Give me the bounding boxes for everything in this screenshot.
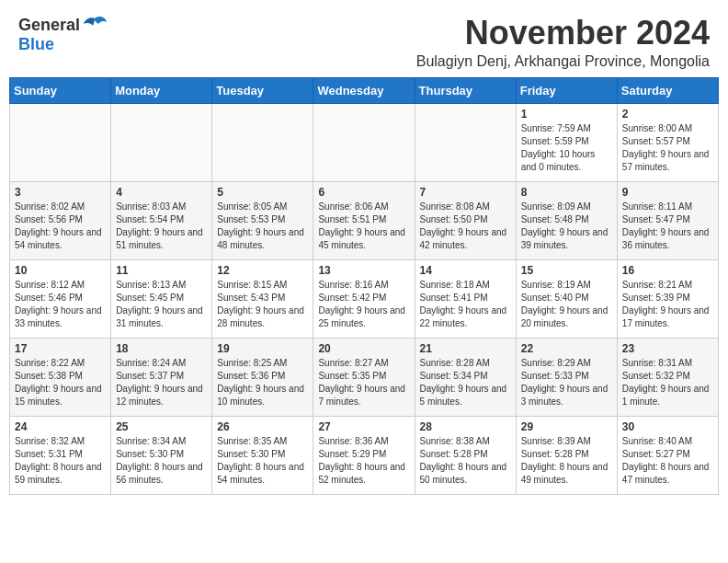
day-cell: 24Sunrise: 8:32 AM Sunset: 5:31 PM Dayli… — [10, 416, 111, 494]
day-info: Sunrise: 8:00 AM Sunset: 5:57 PM Dayligh… — [622, 122, 713, 174]
day-info: Sunrise: 8:35 AM Sunset: 5:30 PM Dayligh… — [217, 435, 308, 487]
day-info: Sunrise: 8:19 AM Sunset: 5:40 PM Dayligh… — [521, 279, 612, 330]
header-tuesday: Tuesday — [212, 77, 313, 103]
day-number: 17 — [15, 342, 106, 355]
calendar-week-row: 1Sunrise: 7:59 AM Sunset: 5:59 PM Daylig… — [10, 103, 719, 181]
header-friday: Friday — [516, 77, 617, 103]
calendar-week-row: 24Sunrise: 8:32 AM Sunset: 5:31 PM Dayli… — [10, 416, 719, 494]
calendar-table: Sunday Monday Tuesday Wednesday Thursday… — [9, 77, 719, 495]
day-info: Sunrise: 8:05 AM Sunset: 5:53 PM Dayligh… — [217, 201, 308, 252]
day-number: 4 — [116, 186, 207, 199]
day-cell: 22Sunrise: 8:29 AM Sunset: 5:33 PM Dayli… — [516, 338, 617, 416]
day-number: 13 — [318, 264, 409, 277]
logo: General Blue — [18, 15, 108, 54]
day-cell: 27Sunrise: 8:36 AM Sunset: 5:29 PM Dayli… — [313, 416, 415, 494]
calendar-week-row: 17Sunrise: 8:22 AM Sunset: 5:38 PM Dayli… — [10, 338, 719, 416]
logo-blue-text: Blue — [18, 35, 54, 54]
calendar-week-row: 10Sunrise: 8:12 AM Sunset: 5:46 PM Dayli… — [10, 259, 719, 338]
day-cell: 1Sunrise: 7:59 AM Sunset: 5:59 PM Daylig… — [516, 103, 617, 181]
day-info: Sunrise: 8:11 AM Sunset: 5:47 PM Dayligh… — [622, 201, 713, 252]
day-cell: 30Sunrise: 8:40 AM Sunset: 5:27 PM Dayli… — [617, 416, 718, 494]
day-info: Sunrise: 8:32 AM Sunset: 5:31 PM Dayligh… — [15, 435, 106, 487]
day-cell: 2Sunrise: 8:00 AM Sunset: 5:57 PM Daylig… — [617, 103, 718, 181]
day-cell: 29Sunrise: 8:39 AM Sunset: 5:28 PM Dayli… — [516, 416, 617, 494]
day-info: Sunrise: 8:06 AM Sunset: 5:51 PM Dayligh… — [318, 201, 409, 252]
day-cell: 13Sunrise: 8:16 AM Sunset: 5:42 PM Dayli… — [313, 259, 415, 338]
day-number: 6 — [318, 186, 409, 199]
day-number: 8 — [521, 186, 612, 199]
day-cell: 8Sunrise: 8:09 AM Sunset: 5:48 PM Daylig… — [516, 181, 617, 259]
logo-bird-icon — [82, 15, 108, 35]
day-info: Sunrise: 8:13 AM Sunset: 5:45 PM Dayligh… — [116, 279, 207, 330]
day-info: Sunrise: 8:22 AM Sunset: 5:38 PM Dayligh… — [15, 357, 106, 408]
day-number: 18 — [116, 342, 207, 355]
day-info: Sunrise: 8:09 AM Sunset: 5:48 PM Dayligh… — [521, 201, 612, 252]
day-cell: 17Sunrise: 8:22 AM Sunset: 5:38 PM Dayli… — [10, 338, 111, 416]
day-number: 16 — [622, 264, 713, 277]
header: General Blue November 2024 Bulagiyn Denj… — [0, 0, 728, 77]
day-info: Sunrise: 8:36 AM Sunset: 5:29 PM Dayligh… — [318, 435, 409, 487]
day-number: 7 — [420, 186, 511, 199]
day-number: 1 — [521, 108, 612, 121]
day-info: Sunrise: 8:16 AM Sunset: 5:42 PM Dayligh… — [318, 279, 409, 330]
day-cell: 15Sunrise: 8:19 AM Sunset: 5:40 PM Dayli… — [516, 259, 617, 338]
day-info: Sunrise: 8:29 AM Sunset: 5:33 PM Dayligh… — [521, 357, 612, 408]
empty-day-cell — [415, 103, 516, 181]
day-info: Sunrise: 8:39 AM Sunset: 5:28 PM Dayligh… — [521, 435, 612, 487]
day-info: Sunrise: 8:34 AM Sunset: 5:30 PM Dayligh… — [116, 435, 207, 487]
logo-general-text: General — [18, 16, 80, 35]
day-number: 5 — [217, 186, 308, 199]
day-info: Sunrise: 8:02 AM Sunset: 5:56 PM Dayligh… — [15, 201, 106, 252]
day-info: Sunrise: 8:27 AM Sunset: 5:35 PM Dayligh… — [318, 357, 409, 408]
header-thursday: Thursday — [415, 77, 516, 103]
day-number: 12 — [217, 264, 308, 277]
empty-day-cell — [212, 103, 313, 181]
day-number: 30 — [622, 420, 713, 433]
day-number: 10 — [15, 264, 106, 277]
day-info: Sunrise: 8:28 AM Sunset: 5:34 PM Dayligh… — [420, 357, 511, 408]
day-info: Sunrise: 8:25 AM Sunset: 5:36 PM Dayligh… — [217, 357, 308, 408]
day-cell: 11Sunrise: 8:13 AM Sunset: 5:45 PM Dayli… — [111, 259, 212, 338]
header-wednesday: Wednesday — [313, 77, 415, 103]
day-cell: 4Sunrise: 8:03 AM Sunset: 5:54 PM Daylig… — [111, 181, 212, 259]
day-number: 24 — [15, 420, 106, 433]
calendar-header-row: Sunday Monday Tuesday Wednesday Thursday… — [10, 77, 719, 103]
header-saturday: Saturday — [617, 77, 718, 103]
day-number: 15 — [521, 264, 612, 277]
day-number: 23 — [622, 342, 713, 355]
day-cell: 6Sunrise: 8:06 AM Sunset: 5:51 PM Daylig… — [313, 181, 415, 259]
day-cell: 7Sunrise: 8:08 AM Sunset: 5:50 PM Daylig… — [415, 181, 516, 259]
day-info: Sunrise: 8:40 AM Sunset: 5:27 PM Dayligh… — [622, 435, 713, 487]
day-number: 27 — [318, 420, 409, 433]
day-cell: 25Sunrise: 8:34 AM Sunset: 5:30 PM Dayli… — [111, 416, 212, 494]
day-number: 21 — [420, 342, 511, 355]
day-info: Sunrise: 7:59 AM Sunset: 5:59 PM Dayligh… — [521, 122, 612, 174]
day-cell: 19Sunrise: 8:25 AM Sunset: 5:36 PM Dayli… — [212, 338, 313, 416]
day-number: 9 — [622, 186, 713, 199]
day-cell: 9Sunrise: 8:11 AM Sunset: 5:47 PM Daylig… — [617, 181, 718, 259]
day-number: 19 — [217, 342, 308, 355]
day-number: 26 — [217, 420, 308, 433]
empty-day-cell — [10, 103, 111, 181]
day-info: Sunrise: 8:12 AM Sunset: 5:46 PM Dayligh… — [15, 279, 106, 330]
day-number: 3 — [15, 186, 106, 199]
day-number: 20 — [318, 342, 409, 355]
day-info: Sunrise: 8:18 AM Sunset: 5:41 PM Dayligh… — [420, 279, 511, 330]
day-cell: 20Sunrise: 8:27 AM Sunset: 5:35 PM Dayli… — [313, 338, 415, 416]
day-cell: 21Sunrise: 8:28 AM Sunset: 5:34 PM Dayli… — [415, 338, 516, 416]
day-number: 2 — [622, 108, 713, 121]
day-cell: 18Sunrise: 8:24 AM Sunset: 5:37 PM Dayli… — [111, 338, 212, 416]
day-number: 22 — [521, 342, 612, 355]
day-number: 11 — [116, 264, 207, 277]
day-info: Sunrise: 8:38 AM Sunset: 5:28 PM Dayligh… — [420, 435, 511, 487]
empty-day-cell — [111, 103, 212, 181]
day-number: 25 — [116, 420, 207, 433]
day-cell: 5Sunrise: 8:05 AM Sunset: 5:53 PM Daylig… — [212, 181, 313, 259]
day-cell: 26Sunrise: 8:35 AM Sunset: 5:30 PM Dayli… — [212, 416, 313, 494]
day-info: Sunrise: 8:31 AM Sunset: 5:32 PM Dayligh… — [622, 357, 713, 408]
month-year-title: November 2024 — [416, 15, 710, 52]
day-number: 14 — [420, 264, 511, 277]
day-cell: 10Sunrise: 8:12 AM Sunset: 5:46 PM Dayli… — [10, 259, 111, 338]
location-subtitle: Bulagiyn Denj, Arkhangai Province, Mongo… — [416, 53, 710, 70]
day-cell: 12Sunrise: 8:15 AM Sunset: 5:43 PM Dayli… — [212, 259, 313, 338]
